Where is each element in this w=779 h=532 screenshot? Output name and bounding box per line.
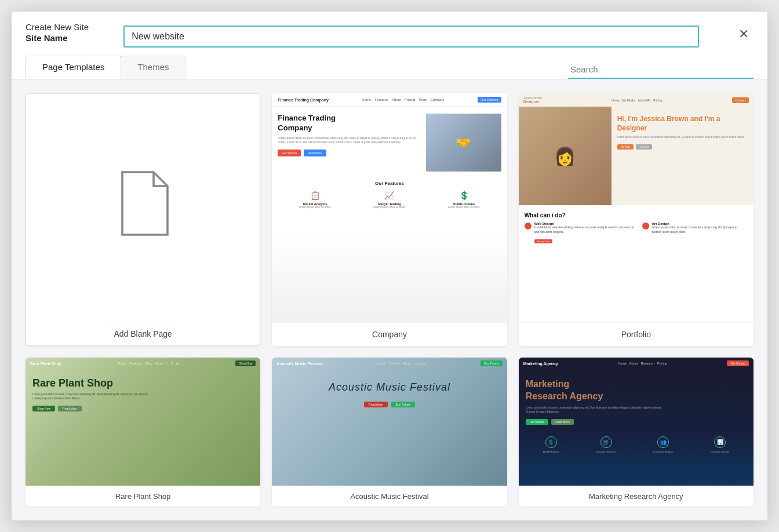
mkt-icon-demand: 🛒 Demand Research [596, 436, 616, 453]
modal-title: Create New Site [26, 22, 89, 32]
company-nav-cta: Get Started [478, 97, 501, 103]
mkt-nav-cta: Get Started [727, 360, 749, 366]
site-name-label: Site Name [26, 33, 89, 43]
template-card-music[interactable]: Acoustic Music Festival HomeTimelineAbou… [272, 358, 507, 507]
mkt-hero-desc: Lorem ipsum dolor sit amet, consectetur … [526, 406, 671, 414]
portfolio-nav-cta: Contact [732, 97, 749, 103]
tab-themes[interactable]: Themes [121, 56, 185, 79]
blank-page-icon [114, 169, 172, 238]
portfolio-tagline: Hi, I'm Jessica Brown and I'm a Designer [617, 115, 748, 133]
company-nav-brand: Finance Trading Company [278, 98, 329, 102]
portfolio-btn1: My Jobs [617, 144, 634, 150]
portfolio-btn2: Contact [636, 144, 652, 150]
stable-income-icon: 💲 [448, 191, 480, 200]
company-nav-links: HomeFeaturesAboutPricingTeamContacts [362, 98, 444, 101]
mkt-btn1: Get Started [526, 419, 549, 425]
marketing-label: Marketing Research Agency [519, 486, 753, 507]
demand-research-icon: 🛒 [600, 436, 612, 448]
modal-header: Create New Site Site Name ✕ [12, 12, 767, 48]
market-analysis-icon: 📋 [299, 191, 332, 200]
feature-market-analysis: 📋 Market Analysis Lorem ipsum dolor sit … [299, 191, 332, 209]
plant-nav-brand: Rare Plant Shop [30, 362, 61, 366]
music-hero-title: Acoustic Music Festival [279, 381, 500, 394]
mkt-icon-results: 📊 Research Results [711, 436, 729, 453]
company-preview: Finance Trading Company HomeFeaturesAbou… [272, 93, 507, 322]
search-wrap [568, 61, 753, 79]
music-nav-links: HomeTimelineAboutLocation [377, 362, 426, 365]
site-name-input-wrap [123, 22, 699, 48]
company-hero-title: Finance TradingCompany [278, 114, 420, 133]
portfolio-label: Portfolio [519, 322, 753, 346]
plant-btn2: Read More [58, 406, 82, 411]
marketing-preview: Marketing Agency HomeAboutResearchPricin… [519, 358, 753, 486]
portfolio-nav-links: HomeMy WorksAbout MePricing [611, 99, 662, 102]
feature-margin-trading: 📈 Margin Trading Lorem ipsum dolor sit a… [373, 191, 406, 209]
mkt-nav-brand: Marketing Agency [523, 362, 558, 366]
margin-trading-icon: 📈 [373, 191, 406, 200]
template-card-portfolio[interactable]: Jessica Brown Designer HomeMy WorksAbout… [519, 93, 753, 346]
mkt-btn2: Read More [551, 419, 574, 425]
company-hero-desc: Lorem ipsum dolor sit amet, consectetur … [278, 136, 420, 145]
music-nav-cta: Buy Tickets [480, 360, 503, 366]
company-features-title: Our Features [278, 181, 501, 186]
company-hero-image: 🤝 [426, 114, 501, 172]
template-card-plant[interactable]: Rare Plant Shop HomeFeaturesShopAbout f𝕏… [26, 358, 260, 507]
music-preview: Acoustic Music Festival HomeTimelineAbou… [272, 358, 507, 486]
mkt-icon-market: 💲 Market Analysis [543, 436, 559, 453]
portfolio-skill-web: Web Design Use Mobirise website building… [525, 222, 638, 245]
create-new-site-modal: Create New Site Site Name ✕ Page Templat… [12, 12, 767, 520]
portfolio-nav-brand: Jessica Brown Designer [523, 96, 542, 104]
company-btn2: Read More [304, 150, 326, 156]
feature-stable-income: 💲 Stable Income Lorem ipsum dolor sit am… [448, 191, 480, 209]
market-analysis-icon: 💲 [545, 436, 557, 448]
mkt-nav-links: HomeAboutResearchPricing [618, 362, 667, 365]
plant-preview: Rare Plant Shop HomeFeaturesShopAbout f𝕏… [26, 358, 260, 486]
portfolio-desc: Lorem ipsum dolor sit amet, consectetur … [617, 136, 748, 140]
plant-nav-links: HomeFeaturesShopAbout f𝕏◎ [118, 362, 179, 365]
music-label: Acoustic Music Festival [272, 486, 507, 507]
blank-preview [114, 94, 172, 322]
portfolio-what-can-i-do: What can i do? [525, 212, 748, 218]
company-label: Company [272, 322, 507, 346]
music-nav-brand: Acoustic Music Festival [276, 362, 322, 366]
art-design-dot [642, 223, 649, 229]
portfolio-preview: Jessica Brown Designer HomeMy WorksAbout… [519, 93, 753, 322]
music-btn1: Read More [364, 402, 388, 407]
competitor-analysis-icon: 👥 [657, 436, 669, 448]
template-card-blank[interactable]: Add Blank Page [26, 93, 260, 346]
blank-page-label: Add Blank Page [109, 322, 176, 345]
portfolio-skill-art: Art Design Lorem ipsum dolor sit amet, c… [642, 222, 748, 245]
tab-bar: Page Templates Themes [26, 56, 185, 79]
tab-page-templates[interactable]: Page Templates [26, 56, 121, 79]
portfolio-photo: 👩 [519, 107, 611, 205]
template-card-marketing[interactable]: Marketing Agency HomeAboutResearchPricin… [519, 358, 753, 507]
template-card-company[interactable]: Finance Trading Company HomeFeaturesAbou… [272, 93, 507, 346]
plant-hero-title: Rare Plant Shop [32, 377, 253, 390]
music-btn2: Buy Tickets [391, 402, 416, 407]
research-results-icon: 📊 [714, 436, 726, 448]
mkt-icon-competitor: 👥 Competitor Analysis [653, 436, 674, 453]
tabs-search-row: Page Templates Themes [12, 48, 767, 79]
plant-btn1: Shop Now [32, 406, 55, 411]
plant-nav-cta: Shop Now [235, 360, 256, 366]
template-grid: Add Blank Page Finance Trading Company H… [12, 79, 767, 520]
mkt-hero-title: MarketingResearch Agency [526, 378, 747, 403]
plant-hero-desc: Lorem ipsum dolor sit amet, consectetur … [32, 393, 148, 401]
web-design-dot [525, 223, 532, 229]
modal-title-block: Create New Site Site Name [26, 22, 89, 43]
plant-label: Rare Plant Shop [26, 486, 260, 507]
site-name-input[interactable] [123, 25, 699, 48]
company-btn1: Get Started [278, 150, 301, 156]
search-input[interactable] [568, 63, 753, 75]
close-button[interactable]: ✕ [734, 25, 753, 43]
